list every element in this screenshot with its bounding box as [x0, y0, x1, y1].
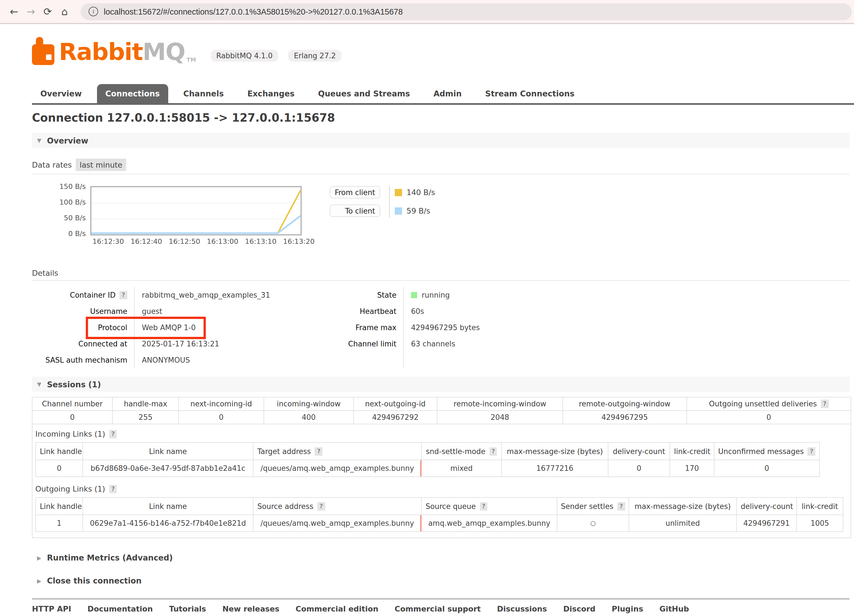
- running-status-square: [411, 292, 417, 298]
- section-header-sessions[interactable]: ▼ Sessions (1): [32, 377, 849, 392]
- col-delivery-count: delivery-count: [608, 443, 670, 460]
- chart-plot-area: [90, 186, 302, 236]
- detail-label: Username: [90, 307, 127, 316]
- rate-mode-toggle[interactable]: last minute: [76, 159, 127, 171]
- outgoing-links-data-row: 1 0629e7a1-4156-b146-a752-f7b40e1e821d /…: [36, 515, 843, 532]
- tab-queues-and-streams[interactable]: Queues and Streams: [310, 84, 418, 103]
- chart-y-axis: 150 B/s 100 B/s 50 B/s 0 B/s: [32, 183, 86, 237]
- col-delivery-count: delivery-count: [737, 497, 796, 515]
- help-icon[interactable]: ?: [119, 291, 127, 299]
- help-icon[interactable]: ?: [821, 400, 829, 408]
- help-icon[interactable]: ?: [109, 430, 117, 438]
- sender-settles-false-icon: ○: [557, 515, 629, 532]
- help-icon[interactable]: ?: [618, 502, 625, 510]
- from-client-rate: 140 B/s: [407, 188, 435, 197]
- detail-label: Channel limit: [348, 340, 396, 348]
- back-button[interactable]: ←: [6, 3, 23, 20]
- home-button[interactable]: ⌂: [56, 3, 73, 20]
- incoming-links-label: Incoming Links (1) ?: [35, 429, 846, 438]
- outgoing-links-table: Link handle Link name Source address ? S…: [35, 497, 843, 532]
- help-icon[interactable]: ?: [480, 502, 488, 510]
- section-header-overview[interactable]: ▼ Overview: [32, 133, 849, 148]
- incoming-links-header-row: Link handle Link name Target address ? s…: [36, 443, 819, 460]
- tab-stream-connections[interactable]: Stream Connections: [477, 84, 583, 103]
- col-incoming-window: incoming-window: [264, 397, 354, 411]
- trademark-label: TM: [187, 56, 196, 63]
- help-icon[interactable]: ?: [315, 447, 323, 455]
- detail-label: Frame max: [355, 323, 396, 332]
- state-value: running: [422, 291, 450, 299]
- col-unconfirmed-messages: Unconfirmed messages ?: [714, 443, 819, 460]
- col-sender-settles: Sender settles ?: [557, 497, 629, 515]
- tab-exchanges[interactable]: Exchanges: [239, 84, 303, 103]
- rabbitmq-logo-icon: [32, 37, 55, 65]
- sessions-header-row: Channel number handle-max next-incoming-…: [32, 397, 851, 411]
- footer-link-new-releases[interactable]: New releases: [222, 604, 279, 613]
- legend-to-client-button[interactable]: To client: [330, 205, 380, 217]
- footer-link-documentation[interactable]: Documentation: [87, 604, 153, 613]
- footer-link-http-api[interactable]: HTTP API: [32, 604, 71, 613]
- col-link-credit: link-credit: [670, 443, 714, 460]
- incoming-links-table: Link handle Link name Target address ? s…: [35, 442, 820, 477]
- to-client-swatch: [395, 207, 402, 214]
- section-header-close-connection[interactable]: ▶ Close this connection: [32, 576, 849, 585]
- section-collapsed-icon: ▶: [37, 578, 41, 584]
- page-title: Connection 127.0.0.1:58015 -> 127.0.0.1:…: [32, 111, 849, 125]
- section-expanded-icon: ▼: [37, 137, 41, 143]
- tab-connections[interactable]: Connections: [97, 84, 168, 103]
- sessions-data-row: 0 255 0 400 4294967292 2048 4294967295 0: [32, 411, 851, 424]
- legend-values: 140 B/s 59 B/s: [395, 186, 435, 217]
- section-header-runtime-metrics[interactable]: ▶ Runtime Metrics (Advanced): [32, 553, 849, 562]
- section-collapsed-icon: ▶: [37, 555, 41, 561]
- detail-label: Protocol: [98, 323, 127, 332]
- footer-link-tutorials[interactable]: Tutorials: [169, 604, 206, 613]
- data-rates-line: Data rates last minute: [32, 159, 849, 171]
- help-icon[interactable]: ?: [109, 485, 117, 493]
- col-link-handle: Link handle: [36, 443, 83, 460]
- rabbitmq-management-page: ← → ⟳ ⌂ i localhost:15672/#/connections/…: [0, 0, 854, 616]
- source-address-value: /queues/amq.web_amqp_examples.bunny: [261, 519, 414, 528]
- detail-row-channel-limit: Channel limit 63 channels: [301, 336, 649, 352]
- details-grid: Container ID ? rabbitmq_web_amqp_example…: [32, 287, 849, 368]
- col-link-name: Link name: [83, 497, 253, 515]
- reload-button[interactable]: ⟳: [39, 3, 56, 20]
- footer-link-plugins[interactable]: Plugins: [612, 604, 643, 613]
- incoming-links-data-row: 0 b67d8689-0a6e-3e47-95df-87abb1e2a41c /…: [36, 460, 819, 477]
- footer-links: HTTP API Documentation Tutorials New rel…: [32, 604, 849, 613]
- col-max-message-size: max-message-size (bytes): [502, 443, 608, 460]
- help-icon[interactable]: ?: [317, 502, 325, 510]
- address-bar[interactable]: i localhost:15672/#/connections/127.0.0.…: [81, 3, 852, 20]
- site-info-icon[interactable]: i: [88, 7, 98, 16]
- section-expanded-icon: ▼: [37, 381, 41, 387]
- detail-row-frame-max: Frame max 4294967295 bytes: [301, 319, 649, 336]
- to-client-rate: 59 B/s: [407, 206, 430, 215]
- help-icon[interactable]: ?: [489, 447, 497, 455]
- tab-admin[interactable]: Admin: [425, 84, 470, 103]
- col-source-queue: Source queue ?: [421, 497, 557, 515]
- col-link-name: Link name: [83, 443, 253, 460]
- browser-toolbar: ← → ⟳ ⌂ i localhost:15672/#/connections/…: [0, 0, 854, 24]
- tab-overview[interactable]: Overview: [32, 84, 90, 103]
- target-address-value: /queues/amq.web_amqp_examples.bunny: [261, 464, 414, 473]
- forward-button[interactable]: →: [23, 3, 39, 20]
- footer-link-github[interactable]: GitHub: [659, 604, 689, 613]
- col-handle-max: handle-max: [113, 397, 178, 411]
- rabbitmq-logo[interactable]: RabbitMQ TM: [32, 37, 196, 65]
- legend-from-client-button[interactable]: From client: [330, 186, 380, 198]
- outgoing-links-header-row: Link handle Link name Source address ? S…: [36, 497, 843, 515]
- detail-label: State: [377, 291, 396, 299]
- col-remote-incoming-window: remote-incoming-window: [437, 397, 563, 411]
- tab-channels[interactable]: Channels: [175, 84, 232, 103]
- col-snd-settle-mode: snd-settle-mode ?: [421, 443, 502, 460]
- detail-label: Connected at: [78, 340, 127, 348]
- footer-link-discord[interactable]: Discord: [563, 604, 595, 613]
- footer-link-discussions[interactable]: Discussions: [497, 604, 547, 613]
- footer-link-commercial-support[interactable]: Commercial support: [395, 604, 481, 613]
- footer-link-commercial-edition[interactable]: Commercial edition: [296, 604, 378, 613]
- data-rates-label: Data rates: [32, 160, 72, 169]
- rabbitmq-version-badge: RabbitMQ 4.1.0: [210, 50, 278, 62]
- erlang-version-badge: Erlang 27.2: [288, 50, 341, 62]
- col-channel-number: Channel number: [32, 397, 113, 411]
- detail-row-filler: [301, 352, 649, 368]
- help-icon[interactable]: ?: [808, 447, 816, 455]
